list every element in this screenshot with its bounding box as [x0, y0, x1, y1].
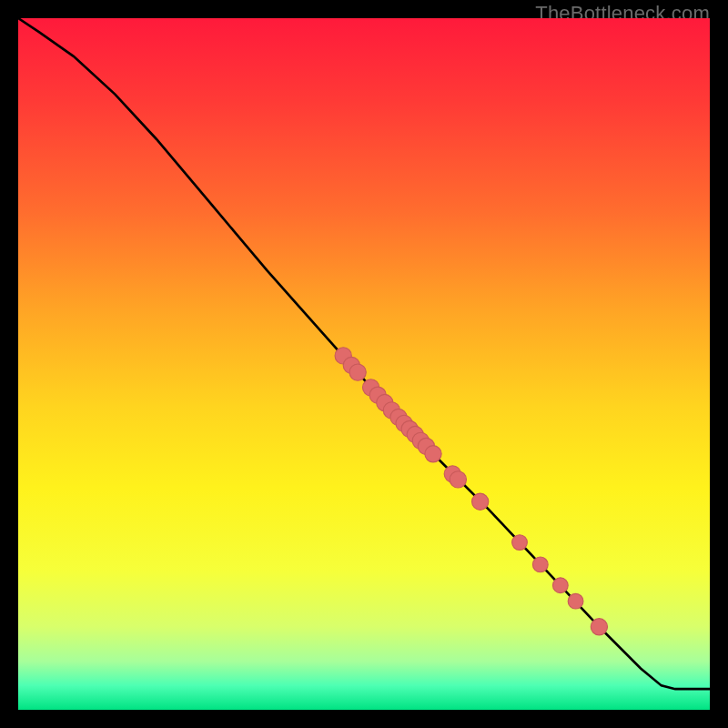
chart-frame: TheBottleneck.com: [0, 0, 728, 728]
data-dot: [568, 593, 583, 609]
data-dot: [472, 493, 489, 510]
data-dot: [450, 471, 466, 488]
data-dot: [552, 578, 568, 593]
gradient-rect: [18, 18, 710, 710]
data-dot: [512, 535, 528, 551]
chart-plot: [18, 18, 710, 710]
data-dot: [425, 446, 441, 462]
data-dot: [591, 619, 607, 635]
data-dot: [532, 557, 548, 572]
data-dot: [349, 364, 366, 380]
